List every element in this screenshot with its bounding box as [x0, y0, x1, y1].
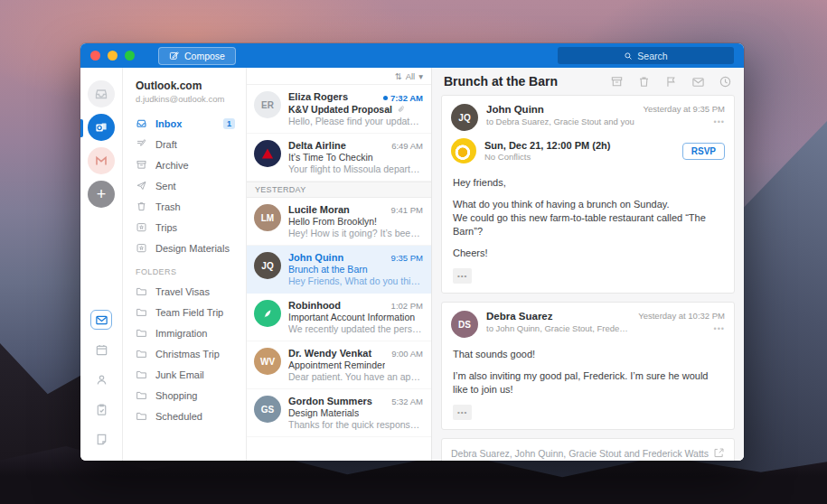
unread-dot	[383, 96, 388, 100]
message-row-eliza-rogers[interactable]: ER Eliza Rogers 7:32 AM K&V Updated Prop…	[247, 85, 431, 134]
message-row-wendy-venkat[interactable]: WV Dr. Wendy Venkat 9:00 AM Appointment …	[247, 341, 431, 389]
more-options-icon[interactable]: •••	[638, 324, 725, 333]
filter-label: All	[406, 71, 416, 81]
message-row-gordon-summers[interactable]: GS Gordon Summers 5:32 AM Design Materia…	[247, 389, 431, 437]
nav-people-button[interactable]	[90, 369, 112, 389]
close-window-button[interactable]	[90, 51, 100, 61]
message-time: 6:49 AM	[391, 141, 423, 151]
sidebar-folder-scheduled[interactable]: Scheduled	[123, 406, 246, 426]
message-timestamp: Yesterday at 10:32 PM	[638, 311, 725, 321]
add-account-button[interactable]: +	[88, 181, 115, 208]
sender-name: John Quinn	[288, 252, 391, 263]
message-row-robinhood[interactable]: Robinhood 1:02 PM Important Account Info…	[247, 294, 431, 341]
nav-notes-button[interactable]	[90, 429, 112, 449]
reply-recipients-field[interactable]: Debra Suarez, John Quinn, Gracie Stout a…	[451, 448, 713, 459]
recipients-line: to John Quinn, Gracie Stout, Frederick W…	[486, 323, 630, 333]
outlook-account-avatar[interactable]	[88, 114, 115, 141]
message-row-delta-airline[interactable]: Delta Airline 6:49 AM It’s Time To Check…	[247, 134, 431, 182]
folder-icon	[136, 348, 155, 359]
message-preview: Hey Friends, What do you think of g...	[288, 275, 423, 286]
message-time: 9:00 AM	[391, 349, 423, 359]
sidebar-folder-immigration[interactable]: Immigration	[123, 322, 246, 343]
message-list: ⇅ All ▾ ER Eliza Rogers 7:32 AM K&V Upda…	[247, 68, 432, 461]
avatar: WV	[254, 348, 281, 375]
nav-tasks-button[interactable]	[90, 399, 112, 419]
message-card-debra-suarez: DS Debra Suarez to John Quinn, Gracie St…	[441, 302, 735, 430]
account-name: Outlook.com	[136, 79, 233, 92]
more-options-icon[interactable]: •••	[644, 117, 725, 126]
conversation-title: Brunch at the Barn	[444, 74, 610, 89]
gmail-account-avatar[interactable]	[88, 147, 115, 174]
message-subject: Important Account Information	[288, 312, 415, 322]
sidebar-folder-team-field-trip[interactable]: Team Field Trip	[123, 302, 246, 322]
flag-icon[interactable]	[664, 75, 678, 89]
avatar: JQ	[254, 252, 281, 279]
show-quoted-text-button[interactable]: •••	[453, 268, 472, 284]
all-inboxes-avatar[interactable]	[88, 80, 115, 107]
sender-name: Delta Airline	[288, 140, 391, 151]
search-input[interactable]: Search	[558, 47, 734, 64]
folders-section-header: FOLDERS	[136, 267, 246, 276]
window-titlebar: Compose Search	[80, 43, 744, 68]
avatar: GS	[254, 396, 281, 423]
draft-icon	[136, 138, 155, 150]
archive-icon	[136, 159, 155, 171]
popout-compose-icon[interactable]	[713, 447, 725, 459]
delete-icon[interactable]	[637, 75, 651, 89]
list-filter-bar[interactable]: ⇅ All ▾	[247, 68, 431, 85]
message-body: That sounds good! I’m also inviting my g…	[442, 342, 734, 429]
folder-sidebar: Outlook.com d.judkins@outlook.com Inbox …	[123, 68, 247, 461]
message-body: Hey friends, What do you think of having…	[442, 171, 734, 293]
yesterday-separator: YESTERDAY	[247, 182, 431, 198]
message-row-john-quinn[interactable]: JQ John Quinn 9:35 PM Brunch at the Barn…	[247, 246, 431, 294]
gmail-envelope-icon	[94, 154, 108, 168]
search-placeholder: Search	[637, 51, 667, 61]
robinhood-feather-icon	[261, 307, 274, 320]
message-subject: Design Materials	[288, 407, 359, 418]
inbox-tray-icon	[94, 87, 108, 101]
event-icon	[451, 138, 476, 163]
sidebar-item-trash[interactable]: Trash	[123, 196, 246, 217]
sender-name: John Quinn	[486, 104, 635, 115]
zoom-window-button[interactable]	[125, 51, 135, 61]
outlook-window: Compose Search	[80, 43, 744, 461]
sidebar-folder-travel-visas[interactable]: Travel Visas	[123, 281, 246, 302]
sidebar-folder-christmas-trip[interactable]: Christmas Trip	[123, 343, 246, 364]
sender-name: Gordon Summers	[288, 396, 391, 406]
sidebar-folder-shopping[interactable]: Shopping	[123, 385, 246, 406]
sidebar-item-trips[interactable]: Trips	[123, 217, 246, 238]
reading-pane: Brunch at the Barn JQ John Quinn to Debr…	[432, 68, 744, 461]
sidebar-item-draft[interactable]: Draft	[123, 134, 246, 154]
message-timestamp: Yesterday at 9:35 PM	[644, 104, 725, 114]
inbox-unread-badge: 1	[223, 118, 235, 129]
sidebar-folder-junk-email[interactable]: Junk Email	[123, 364, 246, 385]
show-quoted-text-button[interactable]: •••	[453, 405, 472, 420]
nav-calendar-button[interactable]	[90, 340, 112, 359]
event-title: Sun, Dec 21, 12:00 PM (2h)	[484, 140, 674, 151]
rsvp-button[interactable]: RSVP	[682, 143, 725, 160]
message-preview: Hello, Please find your updated prop...	[288, 116, 423, 126]
compose-icon	[169, 51, 179, 61]
nav-mail-button[interactable]	[90, 310, 112, 330]
avatar	[254, 140, 281, 167]
folder-icon	[136, 327, 155, 339]
compose-button[interactable]: Compose	[158, 47, 236, 65]
traffic-lights	[90, 51, 135, 61]
message-row-lucile-moran[interactable]: LM Lucile Moran 9:41 PM Hello From Brook…	[247, 198, 431, 246]
minimize-window-button[interactable]	[108, 51, 117, 61]
snooze-icon[interactable]	[719, 75, 732, 89]
plus-icon: +	[97, 185, 107, 204]
sidebar-item-design-materials[interactable]: Design Materials	[123, 238, 246, 258]
message-subject: Hello From Brooklyn!	[288, 216, 377, 227]
sender-name: Eliza Rogers	[288, 91, 383, 102]
sidebar-item-sent[interactable]: Sent	[123, 175, 246, 196]
avatar: DS	[451, 311, 478, 338]
attachment-icon	[397, 105, 406, 114]
archive-icon[interactable]	[610, 75, 624, 89]
mark-unread-icon[interactable]	[691, 75, 705, 89]
calendar-event-row: Sun, Dec 21, 12:00 PM (2h) No Conflicts …	[442, 135, 734, 171]
sidebar-item-inbox[interactable]: Inbox 1	[123, 113, 246, 134]
compose-label: Compose	[184, 51, 225, 61]
sidebar-item-archive[interactable]: Archive	[123, 154, 246, 175]
sender-name: Debra Suarez	[486, 311, 630, 322]
